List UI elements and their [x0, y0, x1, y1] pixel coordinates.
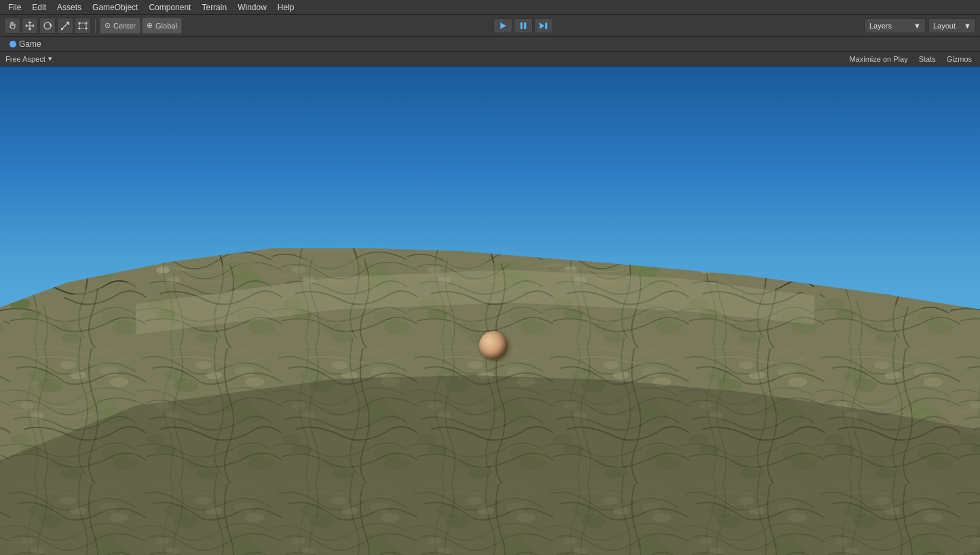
- aspect-selector[interactable]: Free Aspect ▾: [5, 54, 52, 63]
- toolbar: ⊙ Center ⊕ Global Layers: [0, 15, 980, 37]
- rect-tool-button[interactable]: [75, 18, 91, 34]
- global-toggle[interactable]: ⊕ Global: [142, 18, 182, 34]
- menu-bar: File Edit Assets GameObject Component Te…: [0, 0, 980, 15]
- svg-point-4: [79, 22, 80, 24]
- terrain-svg: [0, 66, 980, 555]
- game-tab-label: Game: [19, 39, 41, 49]
- rotate-tool-button[interactable]: [39, 18, 56, 34]
- sphere-object: [479, 331, 508, 360]
- aspect-chevron-icon: ▾: [48, 54, 52, 63]
- layers-chevron-icon: ▼: [913, 22, 921, 30]
- pivot-toggle[interactable]: ⊙ Center: [100, 18, 140, 34]
- svg-rect-12: [545, 22, 547, 28]
- pause-button[interactable]: [514, 18, 533, 33]
- svg-point-7: [86, 28, 87, 29]
- menu-edit[interactable]: Edit: [26, 1, 52, 14]
- game-viewport: [0, 66, 980, 555]
- move-tool-button[interactable]: [22, 18, 38, 34]
- global-icon: ⊕: [147, 21, 153, 30]
- maximize-on-play-button[interactable]: Maximize on Play: [846, 54, 910, 64]
- layout-dropdown[interactable]: Layout ▼: [928, 18, 976, 33]
- svg-point-6: [79, 28, 80, 29]
- gizmos-button[interactable]: Gizmos: [944, 54, 975, 64]
- hand-tool-button[interactable]: [4, 18, 20, 34]
- game-canvas: [0, 66, 980, 555]
- free-aspect-label: Free Aspect: [5, 55, 45, 63]
- game-view-bar: Game: [0, 37, 980, 52]
- right-view-buttons: Maximize on Play Stats Gizmos: [846, 54, 975, 64]
- svg-rect-1: [61, 28, 63, 30]
- global-toggle-label: Global: [155, 22, 177, 30]
- game-tab-icon: [10, 41, 16, 47]
- game-tab[interactable]: Game: [5, 38, 45, 50]
- menu-file[interactable]: File: [3, 1, 26, 14]
- svg-marker-11: [540, 22, 544, 28]
- game-sub-bar: Free Aspect ▾ Maximize on Play Stats Giz…: [0, 52, 980, 66]
- play-button[interactable]: [493, 18, 512, 33]
- svg-rect-3: [79, 23, 86, 28]
- svg-rect-2: [67, 22, 69, 24]
- toolbar-right: Layers ▼ Layout ▼: [865, 18, 976, 33]
- stats-button[interactable]: Stats: [916, 54, 939, 64]
- layers-label: Layers: [869, 22, 892, 30]
- layout-chevron-icon: ▼: [964, 22, 971, 30]
- svg-point-5: [86, 22, 87, 24]
- menu-assets[interactable]: Assets: [52, 1, 87, 14]
- menu-window[interactable]: Window: [232, 1, 272, 14]
- svg-marker-8: [500, 22, 506, 29]
- layers-dropdown[interactable]: Layers ▼: [865, 18, 926, 33]
- play-controls: [183, 18, 863, 33]
- pivot-toggle-icon: ⊙: [105, 21, 111, 30]
- menu-help[interactable]: Help: [272, 1, 300, 14]
- svg-rect-9: [521, 22, 523, 29]
- menu-terrain[interactable]: Terrain: [196, 1, 232, 14]
- pivot-toggle-label: Center: [113, 22, 136, 30]
- svg-rect-10: [524, 22, 526, 29]
- separator-1: [95, 19, 96, 33]
- layout-label: Layout: [933, 22, 956, 30]
- scale-tool-button[interactable]: [57, 18, 73, 34]
- menu-component[interactable]: Component: [143, 1, 196, 14]
- menu-gameobject[interactable]: GameObject: [87, 1, 143, 14]
- step-button[interactable]: [534, 18, 553, 33]
